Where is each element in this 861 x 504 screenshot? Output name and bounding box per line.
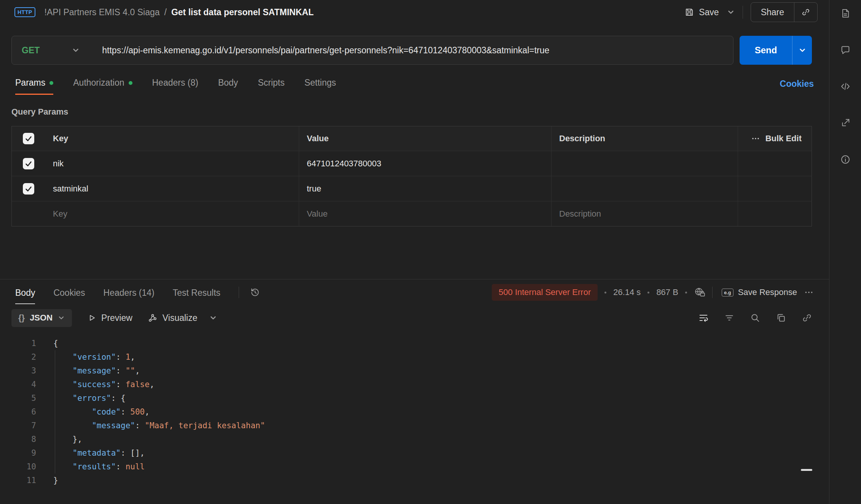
row-select-cell	[12, 151, 45, 176]
line-content: "message": "",	[36, 364, 140, 378]
line-content: "message": "Maaf, terjadi kesalahan"	[36, 419, 265, 432]
url-box: GET https://api-emis.kemenag.go.id/v1/pe…	[11, 36, 733, 65]
network-security-icon[interactable]	[694, 287, 705, 298]
select-all-checkbox[interactable]	[23, 133, 34, 144]
line-number: 8	[0, 432, 36, 446]
search-icon[interactable]	[750, 313, 761, 323]
line-content: "version": 1,	[36, 350, 135, 364]
info-icon[interactable]	[838, 152, 853, 167]
response-tabs-divider	[239, 287, 239, 298]
format-chevron-icon	[57, 314, 65, 322]
right-sidebar	[829, 0, 861, 504]
code-line: 10 "results": null	[0, 460, 829, 474]
format-selector[interactable]: {} JSON	[11, 309, 72, 327]
view-options-chevron-icon[interactable]	[209, 314, 217, 322]
line-content: "errors": {	[36, 391, 126, 405]
response-tab-cookies[interactable]: Cookies	[53, 281, 85, 304]
line-number: 6	[0, 405, 36, 419]
response-tab-body[interactable]: Body	[15, 281, 35, 304]
copy-icon[interactable]	[776, 313, 786, 323]
comments-icon[interactable]	[838, 43, 853, 57]
line-number: 10	[0, 460, 36, 474]
response-more-icon[interactable]	[804, 287, 814, 297]
tab-params-label: Params	[15, 78, 45, 88]
preview-button[interactable]: Preview	[87, 313, 132, 323]
bulk-edit-label: Bulk Edit	[765, 134, 802, 144]
param-key-field[interactable]: nik	[45, 151, 299, 176]
link-icon[interactable]	[802, 313, 812, 323]
param-description-field-placeholder[interactable]: Description	[552, 201, 738, 226]
param-description-field[interactable]	[552, 151, 738, 176]
save-response-label: Save Response	[738, 287, 797, 297]
line-number: 3	[0, 364, 36, 378]
query-params-title: Query Params	[0, 107, 829, 117]
tab-authorization-label: Authorization	[73, 78, 124, 88]
response-time[interactable]: 26.14 s	[613, 287, 641, 297]
line-number: 1	[0, 337, 36, 350]
line-number: 9	[0, 446, 36, 460]
request-title[interactable]: Get list data personel SATMINKAL	[171, 7, 314, 18]
code-snippet-icon[interactable]	[838, 79, 853, 94]
breadcrumb-separator: /	[164, 7, 167, 18]
tab-settings[interactable]: Settings	[305, 78, 336, 95]
code-line: 9 "metadata": [],	[0, 446, 829, 460]
example-icon: e.g	[722, 289, 733, 297]
postman-app: HTTP !API Partners EMIS 4.0 Siaga / Get …	[0, 0, 861, 504]
share-button[interactable]: Share	[751, 7, 794, 18]
copy-link-icon[interactable]	[794, 2, 817, 22]
tab-scripts[interactable]: Scripts	[258, 78, 284, 95]
breadcrumb-collection[interactable]: !API Partners EMIS 4.0 Siaga	[45, 7, 160, 18]
tab-headers[interactable]: Headers (8)	[152, 78, 198, 95]
param-value-field[interactable]: 6471012403780003	[299, 151, 552, 176]
send-options-chevron-icon[interactable]	[792, 36, 812, 65]
param-description-field[interactable]	[552, 176, 738, 201]
query-params-table: Key Value Description Bulk Edit nik 6	[11, 126, 812, 226]
response-tabs: Body Cookies Headers (14) Test Results 5…	[0, 279, 829, 305]
response-toolbar: {} JSON Preview Visualize	[0, 307, 829, 329]
table-row-new: Key Value Description	[12, 201, 812, 226]
table-row: satminkal true	[12, 176, 812, 201]
line-number: 4	[0, 378, 36, 391]
column-header-description: Description	[552, 126, 738, 151]
meta-divider	[712, 287, 713, 298]
pane-expand-icon[interactable]	[838, 116, 853, 130]
wrap-text-icon[interactable]	[698, 313, 709, 323]
status-badge[interactable]: 500 Internal Server Error	[492, 284, 598, 301]
filter-icon[interactable]	[724, 313, 735, 323]
row-checkbox[interactable]	[23, 158, 34, 169]
scrollbar-thumb[interactable]	[801, 469, 812, 471]
row-actions-cell	[738, 151, 812, 176]
save-options-chevron-icon[interactable]	[727, 8, 735, 16]
documentation-icon[interactable]	[838, 6, 853, 21]
response-size[interactable]: 867 B	[656, 287, 678, 297]
visualize-button[interactable]: Visualize	[148, 313, 198, 323]
response-history-icon[interactable]	[250, 287, 260, 298]
authorization-active-dot	[129, 81, 132, 85]
line-content: "success": false,	[36, 378, 155, 391]
tab-params[interactable]: Params	[15, 78, 53, 95]
param-key-field[interactable]: satminkal	[45, 176, 299, 201]
braces-icon: {}	[18, 313, 25, 323]
request-url-bar: GET https://api-emis.kemenag.go.id/v1/pe…	[0, 36, 823, 65]
bulk-edit-button[interactable]: Bulk Edit	[738, 126, 812, 151]
request-tabs: Params Authorization Headers (8) Body Sc…	[0, 78, 829, 95]
param-value-field[interactable]: true	[299, 176, 552, 201]
send-button[interactable]: Send	[740, 36, 792, 65]
row-checkbox[interactable]	[23, 183, 34, 195]
format-label: JSON	[30, 313, 53, 323]
code-line: 8 },	[0, 432, 829, 446]
cookies-link[interactable]: Cookies	[780, 79, 814, 95]
request-header: HTTP !API Partners EMIS 4.0 Siaga / Get …	[0, 0, 829, 24]
tab-authorization[interactable]: Authorization	[73, 78, 132, 95]
save-response-button[interactable]: e.g Save Response	[722, 287, 797, 297]
response-tab-test-results[interactable]: Test Results	[173, 281, 220, 304]
params-active-dot	[49, 81, 53, 85]
url-input[interactable]: https://api-emis.kemenag.go.id/v1/person…	[102, 45, 549, 56]
response-body-viewer[interactable]: 1{2 "version": 1,3 "message": "",4 "succ…	[0, 337, 829, 487]
param-value-field-placeholder[interactable]: Value	[299, 201, 552, 226]
response-tab-headers[interactable]: Headers (14)	[104, 281, 155, 304]
tab-body[interactable]: Body	[218, 78, 238, 95]
method-selector[interactable]: GET	[12, 45, 80, 56]
save-button[interactable]: Save	[684, 7, 719, 18]
param-key-field-placeholder[interactable]: Key	[45, 201, 299, 226]
